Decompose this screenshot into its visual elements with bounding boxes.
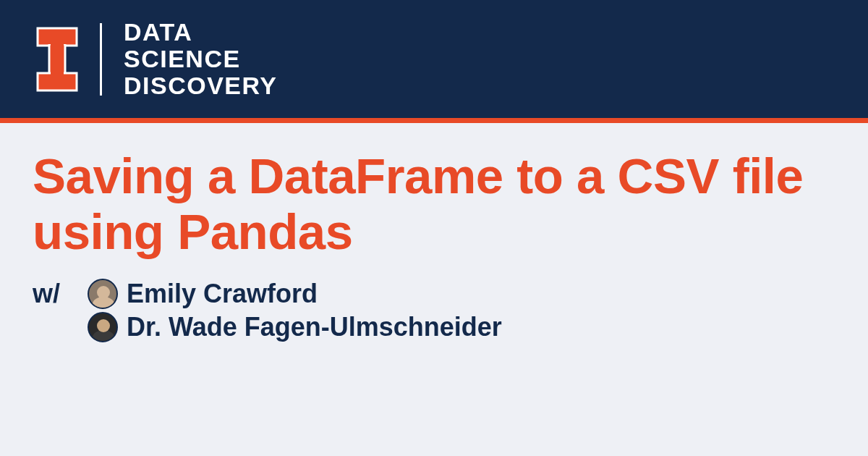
author-name: Emily Crawford — [127, 279, 318, 309]
with-prefix: w/ — [33, 279, 79, 309]
svg-rect-3 — [39, 30, 75, 44]
authors-block: w/ Emily Crawford Dr. Wade Fagen-Ulmschn… — [33, 279, 835, 342]
author-row: w/ Emily Crawford — [33, 279, 835, 309]
content-area: Saving a DataFrame to a CSV file using P… — [0, 123, 868, 371]
site-title: DATA SCIENCE DISCOVERY — [124, 19, 278, 98]
author-avatar — [88, 312, 118, 342]
svg-rect-4 — [51, 43, 64, 76]
page-title: Saving a DataFrame to a CSV file using P… — [33, 148, 835, 261]
logo-block: DATA SCIENCE DISCOVERY — [36, 19, 278, 98]
author-avatar — [88, 279, 118, 309]
author-row: Dr. Wade Fagen-Ulmschneider — [33, 312, 835, 342]
site-title-line: DISCOVERY — [124, 72, 278, 99]
site-title-line: SCIENCE — [124, 46, 278, 72]
svg-rect-5 — [39, 75, 75, 89]
logo-divider — [100, 23, 102, 96]
illinois-block-i-icon — [36, 27, 78, 92]
site-title-line: DATA — [124, 19, 278, 46]
header-bar: DATA SCIENCE DISCOVERY — [0, 0, 868, 123]
author-name: Dr. Wade Fagen-Ulmschneider — [127, 312, 502, 342]
